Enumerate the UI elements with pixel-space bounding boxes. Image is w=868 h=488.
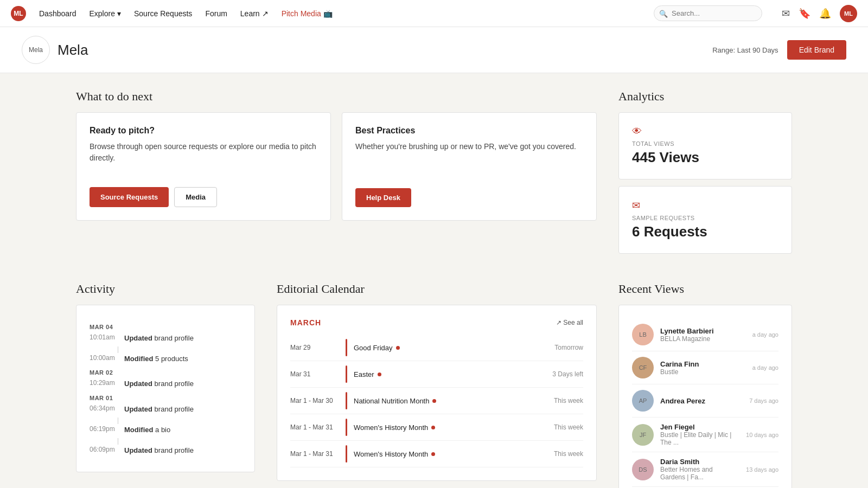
- activity-time: 06:34pm: [90, 404, 118, 412]
- ec-event-timing: This week: [540, 397, 583, 404]
- analytics-section: Analytics 👁 TOTAL VIEWS 445 Views ✉ SAMP…: [618, 89, 792, 260]
- mail-icon[interactable]: ✉: [782, 8, 790, 20]
- ec-event-date: Mar 1 - Mar 31: [290, 450, 339, 458]
- what-to-do-next-cards: Ready to pitch? Browse through open sour…: [76, 112, 597, 221]
- ec-event-bar: [346, 392, 347, 409]
- nav-learn[interactable]: Learn ↗: [240, 9, 269, 18]
- brand-logo: Mela: [22, 36, 50, 64]
- activity-card: MAR 04 10:01am Updated brand profile 10:…: [76, 305, 255, 472]
- total-views-value: 445 Views: [632, 149, 778, 166]
- activity-text: Modified 5 products: [124, 354, 188, 364]
- ec-dot: [378, 373, 381, 376]
- rv-info: Daria Smith Better Homes and Gardens | F…: [660, 458, 739, 481]
- avatar: DS: [632, 459, 654, 480]
- avatar: JF: [632, 424, 654, 446]
- ec-dot: [431, 426, 435, 429]
- search-input[interactable]: [654, 5, 762, 21]
- activity-divider: [118, 346, 118, 353]
- rv-publication: Bustle: [660, 368, 739, 376]
- ec-event-row: Mar 1 - Mar 31 Women's History Month Thi…: [290, 441, 583, 467]
- ec-month-label: MARCH: [290, 318, 321, 327]
- best-practices-description: Whether you're brushing up or new to PR,…: [355, 141, 583, 152]
- activity-item: 10:01am Updated brand profile: [90, 333, 241, 343]
- nav-right-icons: ✉ 🔖 🔔 ML: [782, 5, 857, 22]
- media-button[interactable]: Media: [174, 187, 217, 207]
- nav-explore[interactable]: Explore ▾: [90, 9, 121, 18]
- total-views-card: 👁 TOTAL VIEWS 445 Views: [618, 112, 792, 179]
- activity-date-header: MAR 02: [90, 369, 241, 376]
- activity-item: 06:19pm Modified a bio: [90, 425, 241, 435]
- envelope-icon: ✉: [632, 200, 778, 211]
- rv-publication: Bustle | Elite Daily | Mic | The ...: [660, 431, 739, 446]
- recent-view-item[interactable]: LB Lynette Barbieri BELLA Magazine a day…: [632, 318, 778, 351]
- help-desk-button[interactable]: Help Desk: [355, 188, 411, 207]
- search-icon: 🔍: [659, 9, 668, 17]
- ec-event-row: Mar 1 - Mar 30 National Nutrition Month …: [290, 388, 583, 414]
- nav-dashboard[interactable]: Dashboard: [39, 9, 76, 18]
- rv-time: a day ago: [746, 331, 778, 338]
- activity-text: Modified a bio: [124, 425, 170, 435]
- best-practices-content: Best Practices Whether you're brushing u…: [355, 126, 583, 152]
- source-requests-button[interactable]: Source Requests: [90, 187, 169, 207]
- see-all-button[interactable]: ↗ See all: [556, 319, 583, 326]
- ec-header: MARCH ↗ See all: [290, 318, 583, 327]
- bell-icon[interactable]: 🔔: [819, 8, 831, 20]
- recent-view-item[interactable]: CF Carina Finn Bustle a day ago: [632, 351, 778, 384]
- edit-brand-button[interactable]: Edit Brand: [787, 40, 846, 60]
- total-views-label: TOTAL VIEWS: [632, 140, 778, 147]
- activity-time: 06:09pm: [90, 446, 118, 453]
- nav-pitch-media[interactable]: Pitch Media 📺: [282, 9, 333, 18]
- activity-item: 06:34pm Updated brand profile: [90, 404, 241, 414]
- activity-text: Updated brand profile: [124, 379, 194, 389]
- recent-views-section: Recent Views LB Lynette Barbieri BELLA M…: [618, 282, 792, 488]
- nav-forum[interactable]: Forum: [205, 9, 227, 18]
- rv-person-name: Jen Fiegel: [660, 423, 739, 431]
- ec-event-row: Mar 31 Easter 3 Days left: [290, 361, 583, 388]
- brand-left: Mela Mela: [22, 36, 88, 64]
- ec-dot: [432, 399, 436, 403]
- best-practices-title: Best Practices: [355, 126, 583, 136]
- recent-views-card: LB Lynette Barbieri BELLA Magazine a day…: [618, 305, 792, 488]
- nav-logo: ML: [11, 6, 26, 21]
- rv-info: Jen Fiegel Bustle | Elite Daily | Mic | …: [660, 423, 739, 446]
- eye-icon: 👁: [632, 126, 778, 137]
- rv-time: 7 days ago: [746, 397, 778, 404]
- brand-name: Mela: [58, 42, 88, 59]
- recent-view-item[interactable]: JF Jen Fiegel Bustle | Elite Daily | Mic…: [632, 418, 778, 452]
- what-to-do-next-section: What to do next Ready to pitch? Browse t…: [76, 89, 597, 260]
- bookmark-icon[interactable]: 🔖: [799, 8, 810, 20]
- ec-events-list: Mar 29 Good Friday Tomorrow Mar 31 Easte…: [290, 335, 583, 467]
- ec-event-name: Women's History Month: [354, 423, 540, 432]
- rv-person-name: Andrea Perez: [660, 397, 739, 405]
- sample-requests-value: 6 Requests: [632, 223, 778, 240]
- activity-time: 06:19pm: [90, 425, 118, 433]
- rv-person-name: Carina Finn: [660, 360, 739, 368]
- recent-view-item[interactable]: DS Daria Smith Better Homes and Gardens …: [632, 452, 778, 487]
- rv-person-name: Daria Smith: [660, 458, 739, 466]
- editorial-calendar-title: Editorial Calendar: [277, 282, 597, 296]
- recent-view-item[interactable]: AP Andrea Perez 7 days ago: [632, 384, 778, 418]
- recent-views-title: Recent Views: [618, 282, 792, 296]
- ready-to-pitch-card: Ready to pitch? Browse through open sour…: [76, 112, 331, 221]
- pitch-card-description: Browse through open source requests or e…: [90, 141, 317, 164]
- ec-event-date: Mar 1 - Mar 31: [290, 423, 339, 431]
- pitch-card-actions: Source Requests Media: [90, 187, 317, 207]
- activity-divider: [118, 418, 118, 424]
- ec-event-date: Mar 29: [290, 344, 339, 351]
- activity-section: Activity MAR 04 10:01am Updated brand pr…: [76, 282, 255, 488]
- ec-event-timing: Tomorrow: [540, 344, 583, 351]
- rv-info: Lynette Barbieri BELLA Magazine: [660, 327, 739, 343]
- activity-item: 10:00am Modified 5 products: [90, 354, 241, 364]
- nav-source-requests[interactable]: Source Requests: [134, 9, 192, 18]
- best-practices-card: Best Practices Whether you're brushing u…: [342, 112, 597, 221]
- user-avatar[interactable]: ML: [840, 5, 857, 22]
- rv-person-name: Lynette Barbieri: [660, 327, 739, 335]
- ec-event-bar: [346, 365, 347, 383]
- editorial-calendar-section: Editorial Calendar MARCH ↗ See all Mar 2…: [277, 282, 597, 488]
- chevron-down-icon: ▾: [117, 9, 121, 18]
- activity-time: 10:29am: [90, 379, 118, 387]
- main-content: What to do next Ready to pitch? Browse t…: [54, 73, 814, 488]
- rv-time: 13 days ago: [746, 466, 778, 473]
- sample-requests-label: SAMPLE REQUESTS: [632, 215, 778, 221]
- ec-event-timing: This week: [540, 450, 583, 458]
